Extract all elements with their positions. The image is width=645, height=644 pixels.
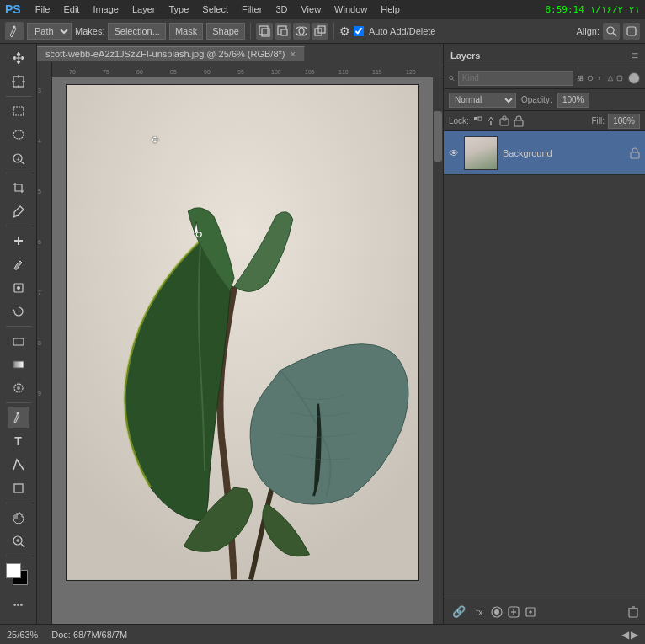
- foreground-color-swatch[interactable]: [6, 563, 21, 578]
- menu-window[interactable]: Window: [328, 3, 373, 16]
- eyedropper-tool[interactable]: [8, 200, 29, 222]
- shape-tool[interactable]: [8, 477, 29, 499]
- menu-view[interactable]: View: [295, 3, 327, 16]
- filter-vector-icon[interactable]: [607, 72, 614, 84]
- search-canvas-icon[interactable]: [603, 23, 620, 40]
- add-mask-button[interactable]: [490, 605, 504, 619]
- ellipsis-icon: •••: [13, 599, 24, 609]
- lasso-tool[interactable]: [8, 124, 29, 146]
- ruler-mark-v9: 9: [38, 391, 41, 397]
- type-tool[interactable]: T: [8, 430, 29, 452]
- pen-tool-icon[interactable]: [5, 22, 24, 40]
- svg-point-31: [17, 386, 20, 390]
- zoom-tool[interactable]: [8, 530, 29, 552]
- eraser-tool[interactable]: [8, 330, 29, 352]
- svg-rect-66: [629, 609, 637, 617]
- canvas-scroll-area[interactable]: 70 75 80 85 90 95 100 105 110 115 120 3 …: [37, 62, 443, 624]
- filter-text-icon[interactable]: T: [597, 72, 604, 84]
- svg-rect-4: [281, 29, 287, 35]
- combine-shape-icon[interactable]: [256, 23, 273, 40]
- new-layer-button[interactable]: [524, 605, 537, 619]
- filter-search-icon: [449, 73, 455, 83]
- intersect-shape-icon[interactable]: [293, 23, 310, 40]
- mask-button[interactable]: Mask: [169, 23, 203, 40]
- nav-next-button[interactable]: ▶: [631, 629, 638, 641]
- healing-tool[interactable]: [8, 230, 29, 252]
- close-tab-button[interactable]: ×: [290, 49, 295, 59]
- selection-button[interactable]: Selection...: [108, 23, 165, 40]
- exclude-shape-icon[interactable]: [312, 23, 328, 40]
- menu-layer[interactable]: Layer: [126, 3, 162, 16]
- lock-artboard-icon[interactable]: [499, 115, 509, 127]
- tabs-bar: scott-webb-eA2z1JSzZFI-unsplash.jpg @ 25…: [37, 44, 443, 62]
- layer-item-background[interactable]: 👁 Background: [444, 131, 645, 175]
- filter-toggle[interactable]: [628, 72, 640, 84]
- lock-position-icon[interactable]: [486, 115, 496, 127]
- nav-prev-button[interactable]: ◀: [621, 629, 629, 641]
- gear-icon[interactable]: ⚙: [339, 24, 350, 38]
- artboard-tool[interactable]: [8, 71, 29, 93]
- menu-select[interactable]: Select: [196, 3, 234, 16]
- svg-marker-27: [12, 309, 15, 311]
- ruler-left: 3 4 5 6 7 8 9: [37, 62, 52, 624]
- svg-rect-46: [580, 78, 582, 80]
- lock-pixels-icon[interactable]: [472, 115, 482, 127]
- active-tab[interactable]: scott-webb-eA2z1JSzZFI-unsplash.jpg @ 25…: [37, 46, 305, 61]
- menu-type[interactable]: Type: [163, 3, 195, 16]
- separator2: [333, 23, 334, 40]
- menu-bar: PS File Edit Image Layer Type Select Fil…: [0, 0, 645, 19]
- layer-visibility-eye[interactable]: 👁: [449, 147, 459, 159]
- vertical-scrollbar[interactable]: [433, 77, 443, 624]
- path-select-tool[interactable]: [8, 454, 29, 476]
- color-swatches[interactable]: [6, 563, 31, 588]
- filter-type-icon[interactable]: [587, 72, 594, 84]
- filter-pixel-icon[interactable]: [577, 72, 584, 84]
- opacity-input[interactable]: [557, 93, 589, 108]
- ruler-mark-100: 100: [271, 69, 281, 75]
- lock-all-icon[interactable]: [513, 115, 525, 127]
- shape-button[interactable]: Shape: [206, 23, 245, 40]
- quick-select-tool[interactable]: +: [8, 147, 29, 169]
- layers-panel-menu-icon[interactable]: ≡: [632, 49, 638, 62]
- ruler-mark-v7: 7: [38, 290, 41, 295]
- menu-edit[interactable]: Edit: [57, 3, 85, 16]
- layer-effects-button[interactable]: fx: [472, 605, 487, 619]
- layer-search-input[interactable]: [458, 71, 573, 86]
- menu-help[interactable]: Help: [375, 3, 406, 16]
- subtract-shape-icon[interactable]: [275, 23, 291, 40]
- auto-add-delete-checkbox[interactable]: [354, 26, 364, 36]
- canvas-image-area[interactable]: ⌖: [52, 77, 433, 624]
- more-tools[interactable]: •••: [8, 593, 29, 615]
- pen-tool[interactable]: [8, 407, 29, 428]
- canvas-image[interactable]: ⌖: [66, 84, 419, 581]
- filter-smart-icon[interactable]: [616, 72, 623, 84]
- menu-file[interactable]: File: [29, 3, 56, 16]
- layer-name: Background: [503, 148, 625, 158]
- crop-tool[interactable]: [8, 177, 29, 199]
- brush-tool[interactable]: [8, 253, 29, 275]
- move-tool[interactable]: [8, 47, 29, 69]
- canvas-rotate-icon[interactable]: [623, 23, 640, 40]
- path-type-dropdown[interactable]: Path: [27, 23, 72, 40]
- delete-layer-button[interactable]: [626, 605, 640, 619]
- ruler-mark-95: 95: [237, 69, 244, 75]
- link-layers-button[interactable]: 🔗: [449, 604, 469, 620]
- blend-mode-dropdown[interactable]: Normal: [449, 93, 516, 108]
- svg-rect-45: [578, 78, 579, 80]
- scrollbar-thumb[interactable]: [434, 111, 442, 162]
- menu-filter[interactable]: Filter: [236, 3, 268, 16]
- menu-3d[interactable]: 3D: [269, 3, 293, 16]
- plant-svg: [67, 85, 418, 580]
- fill-input[interactable]: [608, 114, 640, 129]
- layers-blend-row: Normal Opacity:: [444, 89, 645, 111]
- clone-stamp-tool[interactable]: [8, 277, 29, 299]
- svg-rect-50: [618, 76, 623, 81]
- blur-tool[interactable]: [8, 377, 29, 399]
- history-brush-tool[interactable]: [8, 301, 29, 322]
- lock-label: Lock:: [449, 116, 469, 125]
- gradient-tool[interactable]: [8, 354, 29, 375]
- hand-tool[interactable]: [8, 507, 29, 529]
- select-rect-tool[interactable]: [8, 100, 29, 122]
- menu-image[interactable]: Image: [87, 3, 125, 16]
- create-group-button[interactable]: [507, 605, 520, 619]
